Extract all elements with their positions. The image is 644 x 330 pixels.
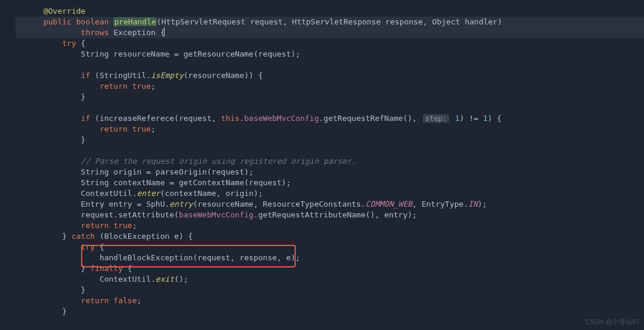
text-cursor (164, 27, 165, 36)
code-token: handleBlockException(request, response, … (16, 253, 300, 262)
code-token: if (81, 71, 95, 80)
code-token: ; (132, 221, 137, 230)
code-line[interactable] (16, 60, 644, 70)
code-line[interactable]: return true; (16, 220, 644, 231)
code-token: ; (151, 82, 156, 91)
code-line[interactable]: return true; (16, 124, 644, 135)
code-token (16, 7, 44, 15)
code-token: finally (90, 264, 128, 273)
code-token: COMMON_WEB (366, 200, 412, 208)
code-line[interactable]: String resourceName = getResourceName(re… (16, 49, 644, 60)
code-token: try (81, 242, 100, 251)
code-token: entry (169, 200, 193, 208)
code-token: ); (478, 200, 487, 208)
code-token: public (44, 17, 76, 26)
code-line[interactable]: return true; (16, 81, 644, 92)
code-token (16, 71, 81, 80)
code-line[interactable] (16, 102, 644, 113)
code-line[interactable]: try { (16, 242, 644, 253)
code-token: ; (151, 124, 156, 133)
code-line[interactable]: handleBlockException(request, response, … (16, 253, 644, 263)
code-token: (resourceName)) { (184, 71, 263, 80)
code-token: .getRequestRefName(), (319, 114, 422, 123)
code-line[interactable]: ContextUtil.exit(); (16, 274, 644, 285)
code-token: baseWebMvcConfig (179, 210, 253, 219)
code-token: preHandle (113, 17, 156, 26)
code-line[interactable]: if (StringUtil.isEmpty(resourceName)) { (16, 70, 644, 81)
code-token: ContextUtil. (16, 275, 156, 284)
code-editor[interactable]: @Override public boolean preHandle(HttpS… (0, 0, 644, 330)
code-token: return false (81, 296, 137, 305)
code-line[interactable]: public boolean preHandle(HttpServletRequ… (16, 17, 644, 27)
inlay-hint: step: (423, 114, 449, 123)
code-line[interactable]: if (increaseReferece(request, this.baseW… (16, 113, 644, 124)
code-token: if (81, 114, 95, 123)
code-line[interactable]: // Parse the request origin using regist… (16, 156, 644, 167)
code-token (16, 124, 100, 133)
code-token: (BlockException e) { (100, 232, 193, 241)
code-token: enter (137, 189, 160, 198)
code-line[interactable]: } (16, 306, 644, 317)
code-token: request.setAttribute( (16, 210, 179, 219)
code-token: } (16, 285, 85, 294)
code-line[interactable]: } finally { (16, 263, 644, 274)
code-token: .getRequestAttributeName(), entry); (253, 210, 417, 219)
code-line[interactable]: ContextUtil.enter(contextName, origin); (16, 188, 644, 199)
code-token: isEmpty (151, 71, 184, 80)
code-token: boolean (76, 17, 114, 26)
code-token (16, 114, 81, 123)
code-token (16, 28, 81, 37)
code-token (16, 39, 62, 48)
code-line[interactable] (16, 145, 644, 156)
code-line[interactable]: return false; (16, 295, 644, 306)
code-token: String contextName = getContextName(requ… (16, 178, 291, 187)
code-line[interactable]: } catch (BlockException e) { (16, 231, 644, 242)
code-token: { (100, 242, 104, 251)
code-token: 1 (455, 114, 460, 123)
code-token: { (128, 264, 132, 273)
code-token (16, 17, 44, 26)
code-token: ; (137, 296, 142, 305)
code-token: Exception { (113, 28, 165, 37)
code-token (16, 296, 81, 305)
code-token: . (240, 114, 244, 123)
code-token: return true (81, 221, 132, 230)
code-line[interactable]: Entry entry = SphU.entry(resourceName, R… (16, 199, 644, 210)
code-line[interactable]: throws Exception { (16, 27, 644, 38)
code-line[interactable]: } (16, 135, 644, 145)
code-token: String resourceName = getResourceName(re… (16, 49, 300, 58)
code-line[interactable]: @Override (16, 6, 644, 17)
code-token: ) != (460, 114, 483, 123)
code-token: this (221, 114, 239, 123)
code-line[interactable]: String contextName = getContextName(requ… (16, 178, 644, 188)
code-line[interactable]: String origin = parseOrigin(request); (16, 167, 644, 178)
code-token: baseWebMvcConfig (244, 114, 319, 123)
code-line[interactable]: } (16, 285, 644, 295)
code-token: (HttpServletRequest request, HttpServlet… (157, 17, 502, 26)
code-token: (contextName, origin); (160, 189, 263, 198)
watermark-text: CSDN @小道仙97 (585, 317, 639, 326)
code-token: (resourceName, ResourceTypeConstants. (193, 200, 366, 208)
code-token: } (16, 135, 85, 144)
code-line[interactable]: } (16, 92, 644, 102)
code-token: catch (72, 232, 100, 241)
code-token: return true (100, 124, 151, 133)
code-area[interactable]: @Override public boolean preHandle(HttpS… (16, 0, 644, 330)
code-token (16, 157, 81, 166)
code-line[interactable]: request.setAttribute(baseWebMvcConfig.ge… (16, 210, 644, 220)
code-token (16, 221, 81, 230)
code-token: return true (100, 82, 151, 91)
code-token: // Parse the request origin using regist… (81, 157, 357, 166)
code-token: (increaseReferece(request, (95, 114, 221, 123)
code-token: { (81, 39, 86, 48)
code-token: (StringUtil. (95, 71, 151, 80)
code-token: 1 (483, 114, 488, 123)
code-token: exit (156, 275, 174, 284)
code-token (450, 114, 455, 123)
code-token: Entry entry = SphU. (16, 200, 169, 208)
code-token: @Override (44, 7, 85, 15)
code-token: throws (81, 28, 114, 37)
code-line[interactable]: try { (16, 38, 644, 49)
code-token: } (16, 264, 90, 273)
code-token: String origin = parseOrigin(request); (16, 167, 253, 176)
